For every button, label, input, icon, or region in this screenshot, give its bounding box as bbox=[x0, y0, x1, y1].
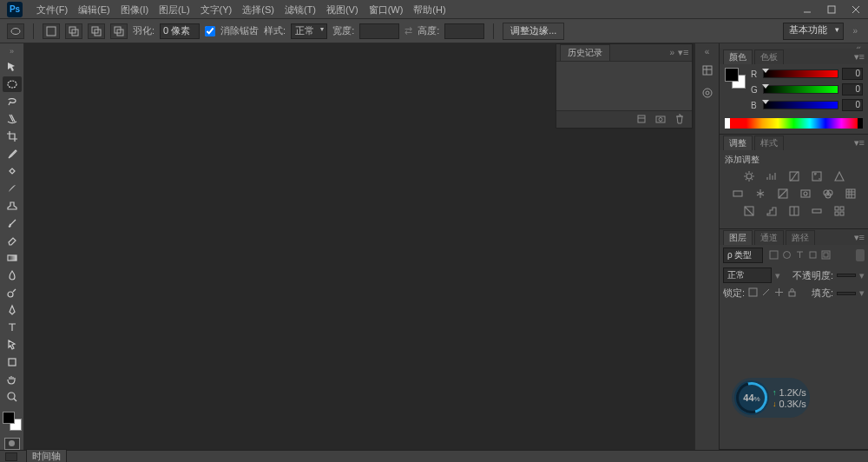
menu-edit[interactable]: 编辑(E) bbox=[73, 0, 115, 19]
pen-tool[interactable] bbox=[3, 302, 22, 318]
fill-field[interactable] bbox=[837, 292, 856, 295]
adjustments-tab[interactable]: 调整 bbox=[723, 135, 753, 150]
menu-window[interactable]: 窗口(W) bbox=[364, 0, 409, 19]
adjust-panel-menu-icon[interactable]: ▾≡ bbox=[854, 137, 865, 148]
menu-select[interactable]: 选择(S) bbox=[237, 0, 279, 19]
eyedropper-tool[interactable] bbox=[3, 146, 22, 162]
move-tool[interactable] bbox=[3, 59, 22, 75]
g-slider[interactable] bbox=[763, 85, 838, 94]
panel-fg-swatch[interactable] bbox=[725, 68, 739, 82]
channel-mixer-icon[interactable] bbox=[821, 187, 835, 201]
channels-tab[interactable]: 通道 bbox=[754, 230, 784, 245]
blur-tool[interactable] bbox=[3, 267, 22, 283]
exposure-icon[interactable] bbox=[810, 169, 824, 183]
new-selection-icon[interactable] bbox=[43, 23, 60, 39]
menu-filter[interactable]: 滤镜(T) bbox=[279, 0, 321, 19]
filter-type-icon[interactable] bbox=[795, 250, 805, 261]
menu-file[interactable]: 文件(F) bbox=[31, 0, 73, 19]
styles-tab[interactable]: 样式 bbox=[754, 135, 784, 150]
layers-panel-menu-icon[interactable]: ▾≡ bbox=[854, 232, 865, 243]
layers-list[interactable]: 44% ↑1.2K/s ↓0.3K/s bbox=[720, 301, 868, 449]
menu-help[interactable]: 帮助(H) bbox=[408, 0, 450, 19]
crop-tool[interactable] bbox=[3, 129, 22, 144]
window-close-button[interactable] bbox=[844, 0, 868, 19]
dodge-tool[interactable] bbox=[3, 285, 22, 300]
subtract-selection-icon[interactable] bbox=[88, 23, 105, 39]
history-snapshot-icon[interactable] bbox=[655, 114, 666, 126]
type-tool[interactable] bbox=[3, 320, 22, 335]
marquee-tool[interactable] bbox=[3, 76, 22, 92]
filter-smart-icon[interactable] bbox=[821, 250, 831, 261]
lookup-icon[interactable] bbox=[844, 187, 858, 201]
filter-pixel-icon[interactable] bbox=[769, 250, 779, 261]
r-slider[interactable] bbox=[763, 69, 838, 78]
style-select[interactable]: 正常▾ bbox=[291, 23, 327, 39]
layers-tab[interactable]: 图层 bbox=[723, 230, 753, 245]
toolbox-collapse-icon[interactable]: » bbox=[10, 47, 14, 56]
swap-icon[interactable]: ⇄ bbox=[404, 25, 412, 36]
levels-icon[interactable] bbox=[765, 169, 779, 183]
swatches-tab[interactable]: 色板 bbox=[754, 50, 784, 64]
b-slider[interactable] bbox=[763, 101, 838, 109]
add-selection-icon[interactable] bbox=[65, 23, 82, 39]
timeline-collapse-icon[interactable] bbox=[5, 452, 17, 461]
menu-view[interactable]: 视图(V) bbox=[321, 0, 364, 19]
brush-tool[interactable] bbox=[3, 181, 22, 196]
shape-tool[interactable] bbox=[3, 354, 22, 370]
history-tab[interactable]: 历史记录 bbox=[560, 44, 610, 61]
panel-color-swatches[interactable] bbox=[725, 68, 746, 89]
lock-transparent-icon[interactable] bbox=[748, 287, 758, 299]
zoom-tool[interactable] bbox=[3, 389, 22, 405]
lasso-tool[interactable] bbox=[3, 94, 22, 109]
b-value[interactable]: 0 bbox=[842, 99, 863, 111]
g-value[interactable]: 0 bbox=[842, 83, 863, 96]
history-new-doc-icon[interactable] bbox=[636, 114, 647, 126]
lock-all-icon[interactable] bbox=[787, 287, 797, 299]
r-value[interactable]: 0 bbox=[842, 68, 863, 80]
path-select-tool[interactable] bbox=[3, 337, 22, 353]
hue-sat-icon[interactable] bbox=[731, 187, 745, 201]
vibrance-icon[interactable] bbox=[832, 169, 846, 183]
gradient-map-icon[interactable] bbox=[810, 204, 824, 218]
brightness-icon[interactable] bbox=[742, 169, 756, 183]
window-minimize-button[interactable] bbox=[795, 0, 819, 19]
stamp-tool[interactable] bbox=[3, 198, 22, 214]
collapse-right-icon[interactable]: » bbox=[849, 26, 861, 36]
filter-toggle[interactable] bbox=[856, 249, 865, 261]
document-canvas[interactable]: 历史记录 » ▾≡ bbox=[24, 43, 694, 450]
eraser-tool[interactable] bbox=[3, 233, 22, 248]
history-delete-icon[interactable] bbox=[674, 114, 685, 126]
quick-select-tool[interactable] bbox=[3, 111, 22, 127]
history-list[interactable] bbox=[556, 62, 692, 110]
menu-layer[interactable]: 图层(L) bbox=[154, 0, 194, 19]
posterize-icon[interactable] bbox=[765, 204, 779, 218]
foreground-swatch[interactable] bbox=[3, 412, 15, 424]
healing-tool[interactable] bbox=[3, 163, 22, 179]
panel-menu-icon[interactable]: ▾≡ bbox=[678, 47, 688, 58]
color-panel-menu-icon[interactable]: ▾≡ bbox=[854, 51, 865, 63]
bw-icon[interactable] bbox=[776, 187, 790, 201]
threshold-icon[interactable] bbox=[787, 204, 801, 218]
refine-edge-button[interactable]: 调整边缘... bbox=[503, 23, 564, 40]
feather-input[interactable] bbox=[160, 23, 200, 39]
workspace-switcher[interactable]: 基本功能 bbox=[783, 23, 844, 40]
color-balance-icon[interactable] bbox=[753, 187, 767, 201]
dock-panel-1-icon[interactable] bbox=[699, 62, 716, 79]
current-tool-icon[interactable] bbox=[7, 23, 24, 39]
photo-filter-icon[interactable] bbox=[799, 187, 812, 201]
intersect-selection-icon[interactable] bbox=[110, 23, 128, 39]
quickmask-toggle[interactable] bbox=[4, 438, 20, 450]
menu-image[interactable]: 图像(I) bbox=[115, 0, 154, 19]
color-spectrum[interactable] bbox=[725, 118, 863, 129]
blend-mode-select[interactable]: 正常 bbox=[723, 267, 772, 283]
network-monitor-overlay[interactable]: 44% ↑1.2K/s ↓0.3K/s bbox=[732, 378, 810, 418]
invert-icon[interactable] bbox=[742, 204, 756, 218]
antialias-checkbox[interactable] bbox=[205, 26, 215, 36]
gradient-tool[interactable] bbox=[3, 250, 22, 266]
history-panel[interactable]: 历史记录 » ▾≡ bbox=[556, 43, 693, 129]
lock-pixels-icon[interactable] bbox=[761, 287, 771, 299]
dock-expand-icon[interactable]: « bbox=[701, 47, 713, 56]
history-brush-tool[interactable] bbox=[3, 215, 22, 231]
menu-type[interactable]: 文字(Y) bbox=[195, 0, 238, 19]
dock-panel-2-icon[interactable] bbox=[699, 84, 716, 102]
